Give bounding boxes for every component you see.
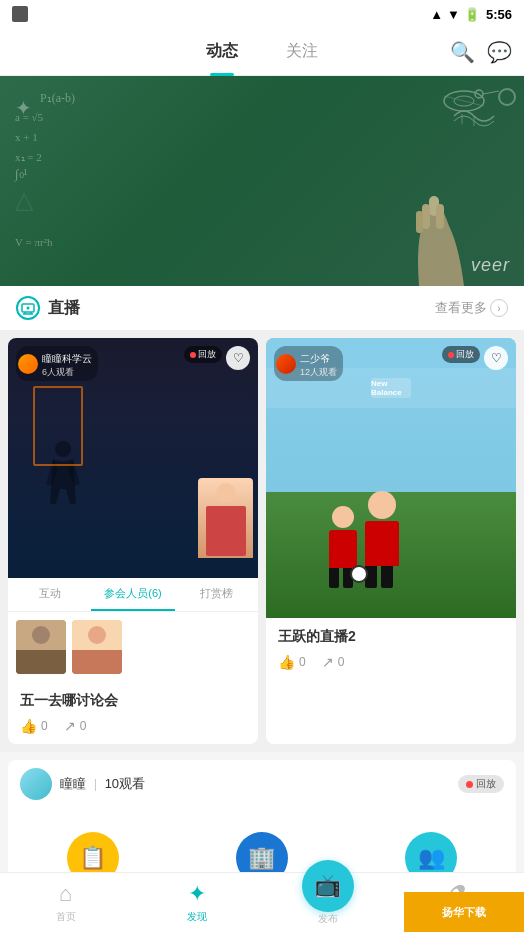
stream-replay-badge: 回放 (458, 775, 504, 793)
dna-icon (424, 86, 504, 150)
see-more-arrow-icon: › (490, 299, 508, 317)
card1-user-badge: 瞳瞳科学云 6人观看 (16, 346, 98, 381)
deco-formula1: P₁(a-b) (40, 91, 75, 106)
participant-man (16, 620, 66, 674)
home-label: 首页 (56, 910, 76, 924)
card1-tabs: 互动 参会人员(6) 打赏榜 (8, 578, 258, 612)
stream-avatar (20, 768, 52, 800)
app-watermark: 扬华下载 (404, 892, 524, 932)
stream-card-header: 瞳瞳 | 10观看 回放 (8, 760, 516, 808)
soccer-kids (329, 491, 399, 588)
card2-user-info: 二少爷 12人观看 (300, 348, 337, 379)
card1-tab-打赏榜[interactable]: 打赏榜 (175, 578, 258, 611)
card2-heart-button[interactable]: ♡ (484, 346, 508, 370)
live-icon (16, 296, 40, 320)
stream-card[interactable]: 瞳瞳 | 10观看 回放 📋 最新动态 What's New (8, 760, 516, 872)
replay-dot2 (448, 352, 454, 358)
card1-stats: 👍 0 ↗ 0 (20, 718, 246, 734)
deco-formula6: V = πr²h (15, 236, 52, 248)
live-card-1[interactable]: 瞳瞳科学云 6人观看 ♡ 回放 (8, 338, 258, 744)
header-actions: 🔍 💬 (450, 40, 512, 64)
battery-icon: 🔋 (464, 7, 480, 22)
deco-formula3: x + 1 (15, 131, 38, 143)
live-section-title: 直播 (16, 296, 80, 320)
card1-participants (8, 612, 258, 682)
card1-user-info: 瞳瞳科学云 6人观看 (42, 348, 92, 379)
card2-stats: 👍 0 ↗ 0 (278, 654, 504, 670)
stream-username: 瞳瞳 | 10观看 (60, 775, 145, 793)
card1-avatar (18, 354, 38, 374)
status-time: 5:56 (486, 7, 512, 22)
card1-heart-button[interactable]: ♡ (226, 346, 250, 370)
card1-thumbnail: 瞳瞳科学云 6人观看 ♡ 回放 (8, 338, 258, 578)
search-icon[interactable]: 🔍 (450, 40, 475, 64)
card2-title: 王跃的直播2 (278, 628, 504, 646)
card1-likes: 👍 0 (20, 718, 48, 734)
wifi-icon: ▼ (447, 7, 460, 22)
card1-replay-badge: 回放 (184, 346, 222, 363)
card2-shares: ↗ 0 (322, 654, 345, 670)
card1-shares: ↗ 0 (64, 718, 87, 734)
replay-dot (190, 352, 196, 358)
tab-关注[interactable]: 关注 (262, 28, 342, 76)
card1-woman (198, 478, 253, 558)
svg-point-15 (27, 307, 30, 310)
replay-indicator (466, 781, 473, 788)
card2-replay-badge: 回放 (442, 346, 480, 363)
card2-user-badge: 二少爷 12人观看 (274, 346, 343, 381)
chalkboard-background: ✦ P₁(a-b) a = √5 x + 1 x₁ = 2 ∫₀¹ △ V = … (0, 76, 524, 286)
svg-rect-8 (422, 204, 430, 229)
like-icon: 👍 (20, 718, 37, 734)
tab-动态[interactable]: 动态 (182, 28, 262, 76)
svg-rect-9 (436, 204, 444, 229)
card2-thumbnail: New Balance 二少爷 12人观看 ♡ 回放 (266, 338, 516, 618)
category-grid: 📋 最新动态 What's New 🏢 实验室概况 Introduction 👥… (8, 808, 516, 872)
card1-info: 五一去哪讨论会 👍 0 ↗ 0 (8, 682, 258, 744)
like-icon2: 👍 (278, 654, 295, 670)
card1-frame (33, 386, 83, 466)
category-team-member[interactable]: 👥 团队成员 Team Member (347, 824, 516, 872)
deco-formula4: x₁ = 2 (15, 151, 42, 164)
live-card-2[interactable]: New Balance 二少爷 12人观看 ♡ 回放 (266, 338, 516, 744)
intro-icon-wrap: 🏢 (236, 832, 288, 872)
hero-banner: ✦ P₁(a-b) a = √5 x + 1 x₁ = 2 ∫₀¹ △ V = … (0, 76, 524, 286)
svg-line-4 (483, 91, 499, 94)
card2-info: 王跃的直播2 👍 0 ↗ 0 (266, 618, 516, 682)
status-icons: ▲ ▼ 🔋 (430, 7, 480, 22)
nav-publish[interactable]: 📺 发布 (262, 880, 393, 926)
building-icon: 🏢 (248, 845, 275, 871)
publish-icon: 📺 (314, 873, 341, 899)
message-icon[interactable]: 💬 (487, 40, 512, 64)
home-icon: ⌂ (59, 881, 72, 907)
team-icon-wrap: 👥 (405, 832, 457, 872)
card2-likes: 👍 0 (278, 654, 306, 670)
share-icon2: ↗ (322, 654, 334, 670)
participant-woman (72, 620, 122, 674)
discover-icon: ✦ (188, 881, 206, 907)
discover-label: 发现 (187, 910, 207, 924)
stream-user-info: 瞳瞳 | 10观看 (20, 768, 145, 800)
content-area: ✦ P₁(a-b) a = √5 x + 1 x₁ = 2 ∫₀¹ △ V = … (0, 76, 524, 872)
veer-watermark: veer (471, 255, 510, 276)
card1-tab-参会人员[interactable]: 参会人员(6) (91, 578, 174, 611)
live-section-header: 直播 查看更多 › (0, 286, 524, 330)
card1-tab-互动[interactable]: 互动 (8, 578, 91, 611)
category-whats-new[interactable]: 📋 最新动态 What's New (8, 824, 177, 872)
svg-rect-10 (416, 211, 423, 233)
status-bar: ▲ ▼ 🔋 5:56 (0, 0, 524, 28)
stream-name-area: 瞳瞳 | 10观看 (60, 775, 145, 793)
deco-triangle: △ (15, 186, 33, 214)
publish-label: 发布 (318, 912, 338, 926)
see-more-button[interactable]: 查看更多 › (435, 299, 508, 317)
whats-new-icon-wrap: 📋 (67, 832, 119, 872)
clipboard-icon: 📋 (79, 845, 106, 871)
nav-discover[interactable]: ✦ 发现 (131, 873, 262, 932)
soccer-ball (350, 565, 368, 583)
people-icon: 👥 (418, 845, 445, 871)
publish-button[interactable]: 📺 (302, 860, 354, 912)
share-icon: ↗ (64, 718, 76, 734)
live-cards-grid: 瞳瞳科学云 6人观看 ♡ 回放 (0, 330, 524, 752)
app-icon (12, 6, 28, 22)
nav-home[interactable]: ⌂ 首页 (0, 873, 131, 932)
deco-formula2: a = √5 (15, 111, 43, 123)
